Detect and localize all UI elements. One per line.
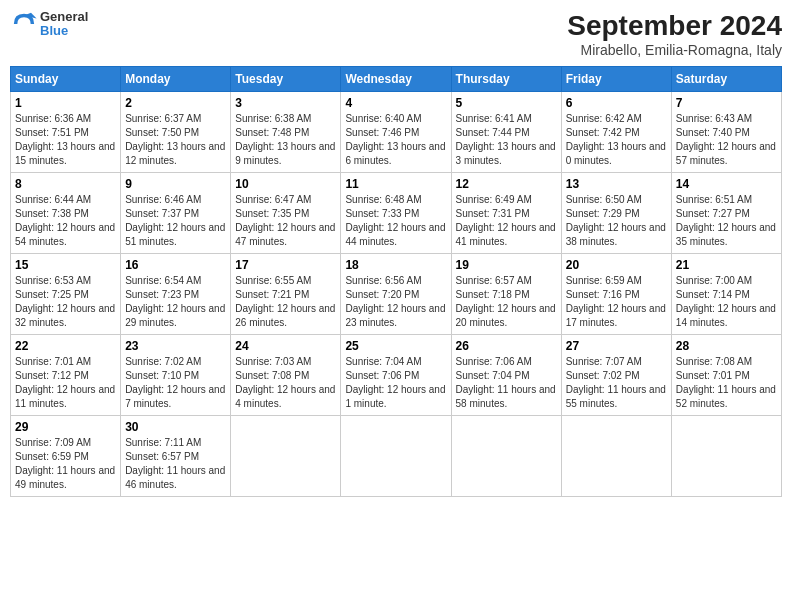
day-number: 13 xyxy=(566,177,667,191)
day-info: Sunrise: 6:42 AMSunset: 7:42 PMDaylight:… xyxy=(566,112,667,168)
calendar-cell: 6Sunrise: 6:42 AMSunset: 7:42 PMDaylight… xyxy=(561,92,671,173)
day-number: 15 xyxy=(15,258,116,272)
day-info: Sunrise: 6:43 AMSunset: 7:40 PMDaylight:… xyxy=(676,112,777,168)
day-number: 2 xyxy=(125,96,226,110)
day-info: Sunrise: 6:56 AMSunset: 7:20 PMDaylight:… xyxy=(345,274,446,330)
day-info: Sunrise: 6:48 AMSunset: 7:33 PMDaylight:… xyxy=(345,193,446,249)
day-number: 24 xyxy=(235,339,336,353)
week-row-3: 15Sunrise: 6:53 AMSunset: 7:25 PMDayligh… xyxy=(11,254,782,335)
day-info: Sunrise: 6:57 AMSunset: 7:18 PMDaylight:… xyxy=(456,274,557,330)
day-number: 4 xyxy=(345,96,446,110)
day-number: 17 xyxy=(235,258,336,272)
day-info: Sunrise: 7:00 AMSunset: 7:14 PMDaylight:… xyxy=(676,274,777,330)
day-info: Sunrise: 6:37 AMSunset: 7:50 PMDaylight:… xyxy=(125,112,226,168)
weekday-header-sunday: Sunday xyxy=(11,67,121,92)
calendar-cell: 20Sunrise: 6:59 AMSunset: 7:16 PMDayligh… xyxy=(561,254,671,335)
day-info: Sunrise: 7:02 AMSunset: 7:10 PMDaylight:… xyxy=(125,355,226,411)
weekday-header-thursday: Thursday xyxy=(451,67,561,92)
logo-text: General Blue xyxy=(40,10,88,39)
day-info: Sunrise: 7:06 AMSunset: 7:04 PMDaylight:… xyxy=(456,355,557,411)
day-info: Sunrise: 6:41 AMSunset: 7:44 PMDaylight:… xyxy=(456,112,557,168)
weekday-header-monday: Monday xyxy=(121,67,231,92)
day-info: Sunrise: 6:49 AMSunset: 7:31 PMDaylight:… xyxy=(456,193,557,249)
day-number: 20 xyxy=(566,258,667,272)
day-number: 29 xyxy=(15,420,116,434)
day-number: 21 xyxy=(676,258,777,272)
day-number: 8 xyxy=(15,177,116,191)
calendar-cell: 2Sunrise: 6:37 AMSunset: 7:50 PMDaylight… xyxy=(121,92,231,173)
day-number: 9 xyxy=(125,177,226,191)
calendar-cell: 17Sunrise: 6:55 AMSunset: 7:21 PMDayligh… xyxy=(231,254,341,335)
day-number: 28 xyxy=(676,339,777,353)
day-number: 7 xyxy=(676,96,777,110)
calendar-cell: 24Sunrise: 7:03 AMSunset: 7:08 PMDayligh… xyxy=(231,335,341,416)
calendar-cell xyxy=(341,416,451,497)
calendar-cell xyxy=(231,416,341,497)
calendar-cell: 7Sunrise: 6:43 AMSunset: 7:40 PMDaylight… xyxy=(671,92,781,173)
week-row-2: 8Sunrise: 6:44 AMSunset: 7:38 PMDaylight… xyxy=(11,173,782,254)
calendar-cell: 22Sunrise: 7:01 AMSunset: 7:12 PMDayligh… xyxy=(11,335,121,416)
calendar-cell: 21Sunrise: 7:00 AMSunset: 7:14 PMDayligh… xyxy=(671,254,781,335)
day-number: 12 xyxy=(456,177,557,191)
calendar-cell: 3Sunrise: 6:38 AMSunset: 7:48 PMDaylight… xyxy=(231,92,341,173)
week-row-4: 22Sunrise: 7:01 AMSunset: 7:12 PMDayligh… xyxy=(11,335,782,416)
day-info: Sunrise: 6:50 AMSunset: 7:29 PMDaylight:… xyxy=(566,193,667,249)
calendar-table: SundayMondayTuesdayWednesdayThursdayFrid… xyxy=(10,66,782,497)
day-number: 10 xyxy=(235,177,336,191)
week-row-1: 1Sunrise: 6:36 AMSunset: 7:51 PMDaylight… xyxy=(11,92,782,173)
day-number: 3 xyxy=(235,96,336,110)
day-info: Sunrise: 6:46 AMSunset: 7:37 PMDaylight:… xyxy=(125,193,226,249)
weekday-header-row: SundayMondayTuesdayWednesdayThursdayFrid… xyxy=(11,67,782,92)
header: General Blue September 2024 Mirabello, E… xyxy=(10,10,782,58)
day-info: Sunrise: 6:53 AMSunset: 7:25 PMDaylight:… xyxy=(15,274,116,330)
calendar-cell: 11Sunrise: 6:48 AMSunset: 7:33 PMDayligh… xyxy=(341,173,451,254)
day-info: Sunrise: 6:38 AMSunset: 7:48 PMDaylight:… xyxy=(235,112,336,168)
day-info: Sunrise: 7:01 AMSunset: 7:12 PMDaylight:… xyxy=(15,355,116,411)
day-number: 25 xyxy=(345,339,446,353)
calendar-cell: 19Sunrise: 6:57 AMSunset: 7:18 PMDayligh… xyxy=(451,254,561,335)
calendar-cell: 9Sunrise: 6:46 AMSunset: 7:37 PMDaylight… xyxy=(121,173,231,254)
calendar-cell xyxy=(451,416,561,497)
day-number: 22 xyxy=(15,339,116,353)
day-number: 6 xyxy=(566,96,667,110)
calendar-cell: 27Sunrise: 7:07 AMSunset: 7:02 PMDayligh… xyxy=(561,335,671,416)
day-info: Sunrise: 6:59 AMSunset: 7:16 PMDaylight:… xyxy=(566,274,667,330)
day-number: 5 xyxy=(456,96,557,110)
day-number: 18 xyxy=(345,258,446,272)
calendar-cell: 16Sunrise: 6:54 AMSunset: 7:23 PMDayligh… xyxy=(121,254,231,335)
calendar-cell: 29Sunrise: 7:09 AMSunset: 6:59 PMDayligh… xyxy=(11,416,121,497)
logo-line2: Blue xyxy=(40,24,88,38)
day-number: 23 xyxy=(125,339,226,353)
day-number: 11 xyxy=(345,177,446,191)
day-info: Sunrise: 7:04 AMSunset: 7:06 PMDaylight:… xyxy=(345,355,446,411)
day-info: Sunrise: 7:08 AMSunset: 7:01 PMDaylight:… xyxy=(676,355,777,411)
calendar-cell: 1Sunrise: 6:36 AMSunset: 7:51 PMDaylight… xyxy=(11,92,121,173)
weekday-header-wednesday: Wednesday xyxy=(341,67,451,92)
day-info: Sunrise: 6:40 AMSunset: 7:46 PMDaylight:… xyxy=(345,112,446,168)
day-info: Sunrise: 7:09 AMSunset: 6:59 PMDaylight:… xyxy=(15,436,116,492)
day-info: Sunrise: 7:03 AMSunset: 7:08 PMDaylight:… xyxy=(235,355,336,411)
week-row-5: 29Sunrise: 7:09 AMSunset: 6:59 PMDayligh… xyxy=(11,416,782,497)
calendar-cell: 10Sunrise: 6:47 AMSunset: 7:35 PMDayligh… xyxy=(231,173,341,254)
calendar-cell: 30Sunrise: 7:11 AMSunset: 6:57 PMDayligh… xyxy=(121,416,231,497)
day-info: Sunrise: 6:36 AMSunset: 7:51 PMDaylight:… xyxy=(15,112,116,168)
calendar-cell: 14Sunrise: 6:51 AMSunset: 7:27 PMDayligh… xyxy=(671,173,781,254)
day-number: 19 xyxy=(456,258,557,272)
day-info: Sunrise: 6:44 AMSunset: 7:38 PMDaylight:… xyxy=(15,193,116,249)
calendar-subtitle: Mirabello, Emilia-Romagna, Italy xyxy=(567,42,782,58)
weekday-header-friday: Friday xyxy=(561,67,671,92)
day-info: Sunrise: 7:11 AMSunset: 6:57 PMDaylight:… xyxy=(125,436,226,492)
calendar-cell: 28Sunrise: 7:08 AMSunset: 7:01 PMDayligh… xyxy=(671,335,781,416)
day-info: Sunrise: 6:55 AMSunset: 7:21 PMDaylight:… xyxy=(235,274,336,330)
calendar-cell xyxy=(671,416,781,497)
day-number: 27 xyxy=(566,339,667,353)
calendar-cell: 13Sunrise: 6:50 AMSunset: 7:29 PMDayligh… xyxy=(561,173,671,254)
day-number: 26 xyxy=(456,339,557,353)
day-info: Sunrise: 6:47 AMSunset: 7:35 PMDaylight:… xyxy=(235,193,336,249)
weekday-header-saturday: Saturday xyxy=(671,67,781,92)
logo: General Blue xyxy=(10,10,88,39)
day-number: 1 xyxy=(15,96,116,110)
calendar-cell: 5Sunrise: 6:41 AMSunset: 7:44 PMDaylight… xyxy=(451,92,561,173)
calendar-cell: 4Sunrise: 6:40 AMSunset: 7:46 PMDaylight… xyxy=(341,92,451,173)
day-number: 14 xyxy=(676,177,777,191)
